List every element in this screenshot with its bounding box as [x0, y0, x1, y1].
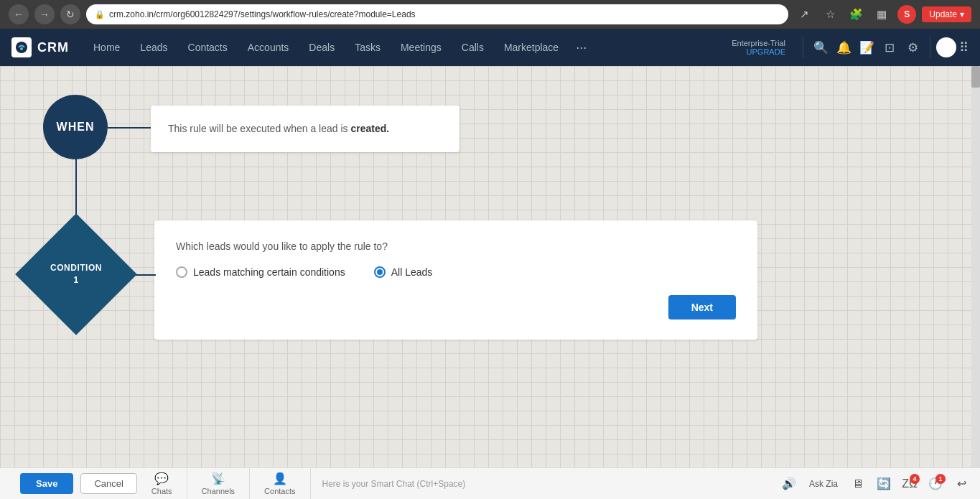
- url-bar[interactable]: 🔒 crm.zoho.in/crm/org60012824297/setting…: [86, 4, 788, 24]
- when-h-connector: [108, 127, 151, 129]
- radio-circle-matching: [176, 266, 187, 278]
- enterprise-info: Enterprise-Trial UPGRADE: [732, 39, 785, 56]
- star-icon[interactable]: ☆: [820, 4, 840, 24]
- update-button[interactable]: Update ▾: [922, 6, 971, 22]
- when-node: WHEN: [43, 95, 108, 159]
- radio-circle-all-leads: [374, 266, 386, 278]
- scroll-thumb[interactable]: [971, 66, 980, 88]
- extension-icon[interactable]: 🧩: [846, 4, 866, 24]
- condition-question: Which leads would you like to apply the …: [176, 241, 736, 252]
- nav-leads[interactable]: Leads: [130, 29, 177, 66]
- footer-right: 🔊 Ask Zia 🖥 🔄 ZΩ 4 🕐 1 ↩: [778, 472, 980, 495]
- next-button[interactable]: Next: [668, 295, 736, 320]
- url-text: crm.zoho.in/crm/org60012824297/settings/…: [109, 9, 416, 19]
- user-avatar[interactable]: [936, 37, 956, 57]
- footer-tab-contacts[interactable]: 👤 Contacts: [250, 468, 310, 499]
- svg-point-1: [20, 47, 23, 50]
- cast-icon[interactable]: ▦: [872, 4, 892, 24]
- window-icon[interactable]: ⊡: [878, 36, 901, 59]
- next-btn-row: Next: [176, 295, 736, 320]
- ask-zia-button[interactable]: Ask Zia: [803, 479, 844, 489]
- nav-home[interactable]: Home: [83, 29, 130, 66]
- nav-marketplace[interactable]: Marketplace: [494, 29, 569, 66]
- when-info-box: This rule will be executed when a lead i…: [151, 106, 459, 152]
- search-icon[interactable]: 🔍: [809, 36, 832, 59]
- nav-more[interactable]: ···: [569, 29, 594, 66]
- radio-option-all-leads[interactable]: All Leads: [374, 266, 433, 278]
- footer-tabs: 💬 Chats 📡 Channels 👤 Contacts: [137, 468, 311, 499]
- nav-calls[interactable]: Calls: [452, 29, 494, 66]
- header-divider-2: [930, 37, 930, 58]
- refresh-icon[interactable]: 🔄: [872, 472, 895, 495]
- screen-icon[interactable]: 🖥: [846, 472, 869, 495]
- back-nav-icon[interactable]: ↩: [950, 472, 973, 495]
- grid-apps-icon[interactable]: ⠿: [959, 39, 969, 55]
- compose-icon[interactable]: 📝: [855, 36, 878, 59]
- app-header: CRM Home Leads Contacts Accounts Deals T…: [0, 29, 980, 66]
- channels-icon: 📡: [211, 472, 225, 485]
- enterprise-tier: Enterprise-Trial: [732, 39, 785, 47]
- lock-icon: 🔒: [95, 10, 105, 19]
- settings-icon[interactable]: ⚙: [901, 36, 924, 59]
- footer-tab-chats[interactable]: 💬 Chats: [137, 468, 187, 499]
- radio-options: Leads matching certain conditions All Le…: [176, 266, 736, 278]
- sound-icon[interactable]: 🔊: [778, 472, 801, 495]
- header-divider: [803, 37, 803, 58]
- zia-icon[interactable]: ZΩ 4: [898, 472, 921, 495]
- contacts-icon: 👤: [273, 472, 287, 485]
- reload-button[interactable]: ↻: [60, 4, 80, 24]
- radio-option-matching[interactable]: Leads matching certain conditions: [176, 266, 345, 278]
- scroll-track[interactable]: [971, 66, 980, 467]
- zia-badge: 4: [910, 474, 920, 484]
- condition-panel: Which leads would you like to apply the …: [154, 220, 757, 340]
- chevron-down-icon: ▾: [960, 9, 964, 19]
- nav-accounts[interactable]: Accounts: [238, 29, 299, 66]
- cancel-button[interactable]: Cancel: [80, 473, 136, 494]
- clock-badge: 1: [935, 474, 946, 484]
- save-button[interactable]: Save: [20, 473, 73, 494]
- logo-icon: [11, 37, 32, 57]
- crm-logo[interactable]: CRM: [11, 37, 69, 57]
- browser-bar: ← → ↻ 🔒 crm.zoho.in/crm/org60012824297/s…: [0, 0, 980, 29]
- nav-contacts[interactable]: Contacts: [178, 29, 238, 66]
- chats-icon: 💬: [154, 472, 169, 485]
- share-icon[interactable]: ↗: [794, 4, 814, 24]
- notification-icon[interactable]: 🔔: [832, 36, 855, 59]
- forward-button[interactable]: →: [34, 4, 55, 24]
- nav-meetings[interactable]: Meetings: [391, 29, 452, 66]
- nav-deals[interactable]: Deals: [299, 29, 345, 66]
- footer-left: Save Cancel: [0, 473, 137, 494]
- profile-avatar[interactable]: S: [897, 5, 916, 24]
- condition-node-label: CONDITION 1: [33, 231, 119, 317]
- footer-bar: Save Cancel 💬 Chats 📡 Channels 👤 Contact…: [0, 467, 980, 499]
- crm-logo-text: CRM: [37, 40, 69, 55]
- smart-chat-input[interactable]: Here is your Smart Chat (Ctrl+Space): [322, 479, 766, 489]
- browser-actions: ↗ ☆ 🧩 ▦ S Update ▾: [794, 4, 971, 24]
- clock-icon[interactable]: 🕐 1: [924, 472, 947, 495]
- workflow-canvas: WHEN This rule will be executed when a l…: [0, 66, 980, 467]
- upgrade-link[interactable]: UPGRADE: [732, 47, 785, 56]
- footer-tab-channels[interactable]: 📡 Channels: [187, 468, 250, 499]
- back-button[interactable]: ←: [9, 4, 29, 24]
- nav-tasks[interactable]: Tasks: [345, 29, 391, 66]
